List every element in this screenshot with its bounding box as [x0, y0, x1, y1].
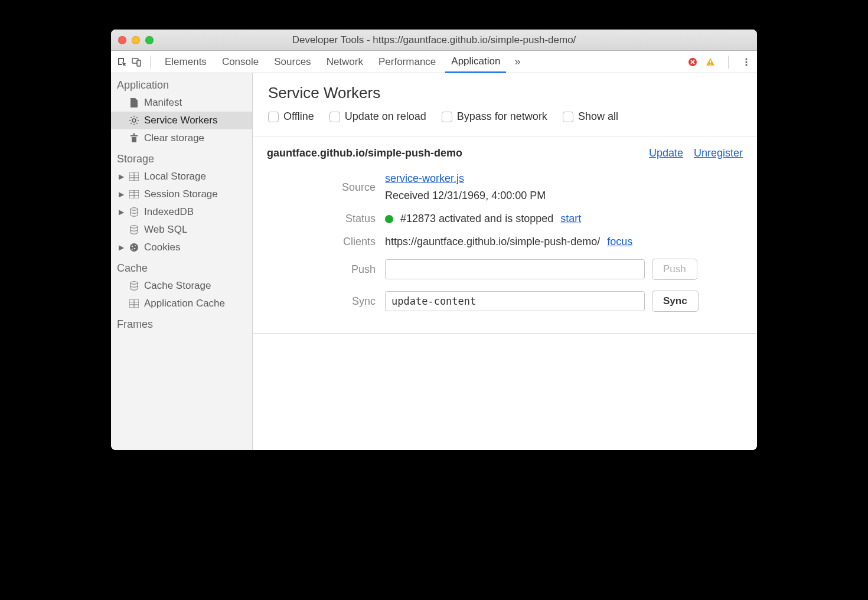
label-status: Status — [267, 213, 385, 225]
tab-application[interactable]: Application — [445, 51, 506, 73]
warning-icon[interactable] — [706, 57, 715, 67]
sidebar-item-label: Cookies — [144, 242, 180, 253]
zoom-window-button[interactable] — [145, 36, 154, 44]
svg-point-8 — [132, 119, 136, 122]
row-push: Push Push — [267, 259, 743, 280]
sidebar-item-label: Service Workers — [144, 115, 217, 126]
source-received-text: Received 12/31/1969, 4:00:00 PM — [385, 190, 546, 202]
label-clients: Clients — [267, 236, 385, 248]
panel-title: Service Workers — [268, 84, 742, 102]
sidebar-item-label: Manifest — [144, 97, 182, 109]
sidebar-item-indexeddb[interactable]: ▶ IndexedDB — [111, 203, 252, 221]
sidebar-item-label: Local Storage — [144, 171, 206, 182]
client-url-text: https://gauntface.github.io/simple-push-… — [385, 236, 600, 248]
sidebar-item-cache-storage[interactable]: ▶ Cache Storage — [111, 277, 252, 295]
update-link[interactable]: Update — [649, 147, 683, 159]
label-source: Source — [267, 181, 385, 194]
push-input[interactable] — [385, 259, 645, 279]
tab-sources[interactable]: Sources — [268, 52, 316, 72]
inspect-icon[interactable] — [117, 57, 128, 67]
panel-header: Service Workers Offline Update on reload… — [253, 73, 757, 136]
divider — [253, 333, 757, 334]
unregister-link[interactable]: Unregister — [694, 147, 743, 159]
svg-point-24 — [132, 249, 133, 250]
sidebar-item-service-workers[interactable]: ▶ Service Workers — [111, 112, 252, 129]
client-focus-link[interactable]: focus — [607, 236, 632, 248]
grid-icon — [129, 189, 139, 200]
more-icon[interactable] — [742, 57, 751, 67]
svg-rect-9 — [133, 133, 135, 135]
check-bypass-for-network[interactable]: Bypass for network — [442, 110, 547, 123]
check-show-all[interactable]: Show all — [563, 110, 618, 123]
tab-elements[interactable]: Elements — [159, 52, 213, 72]
sidebar-group-frames: Frames — [111, 312, 252, 333]
traffic-lights — [118, 36, 154, 44]
database-icon — [129, 224, 139, 235]
check-label: Show all — [578, 110, 618, 123]
expand-icon: ▶ — [118, 208, 124, 216]
row-source: Source service-worker.js Received 12/31/… — [267, 172, 743, 202]
tab-performance[interactable]: Performance — [373, 52, 442, 72]
check-offline[interactable]: Offline — [268, 110, 314, 123]
sidebar-item-label: Web SQL — [144, 224, 187, 236]
row-sync: Sync Sync — [267, 291, 743, 312]
sidebar-item-local-storage[interactable]: ▶ Local Storage — [111, 168, 252, 185]
push-button[interactable]: Push — [652, 259, 697, 280]
svg-point-5 — [745, 58, 747, 60]
svg-point-21 — [132, 246, 133, 247]
sidebar-item-label: Cache Storage — [144, 280, 211, 292]
error-icon[interactable] — [688, 57, 697, 67]
service-worker-head: gauntface.github.io/simple-push-demo Upd… — [267, 147, 743, 159]
minimize-window-button[interactable] — [132, 36, 140, 44]
devtools-window: Developer Tools - https://gauntface.gith… — [111, 30, 757, 450]
check-update-on-reload[interactable]: Update on reload — [329, 110, 426, 123]
status-text: #12873 activated and is stopped — [400, 213, 553, 225]
database-icon — [129, 207, 139, 217]
sidebar-group-storage: Storage — [111, 147, 252, 168]
sidebar-item-label: IndexedDB — [144, 206, 194, 218]
database-icon — [129, 281, 139, 291]
sidebar-item-session-storage[interactable]: ▶ Session Storage — [111, 185, 252, 203]
service-worker-block: gauntface.github.io/simple-push-demo Upd… — [253, 136, 757, 333]
cookie-icon — [129, 242, 139, 253]
devtools-toolbar: Elements Console Sources Network Perform… — [111, 51, 757, 73]
file-icon — [129, 97, 139, 108]
label-sync: Sync — [267, 295, 385, 308]
sidebar: Application ▶ Manifest ▶ Service Workers… — [111, 73, 253, 450]
sync-button[interactable]: Sync — [652, 291, 699, 312]
origin-text: gauntface.github.io/simple-push-demo — [267, 147, 462, 159]
svg-point-25 — [130, 282, 138, 284]
sidebar-item-websql[interactable]: ▶ Web SQL — [111, 221, 252, 239]
sidebar-item-clear-storage[interactable]: ▶ Clear storage — [111, 129, 252, 147]
source-file-link[interactable]: service-worker.js — [385, 172, 464, 184]
tab-console[interactable]: Console — [216, 52, 265, 72]
expand-icon: ▶ — [118, 243, 124, 252]
sidebar-item-application-cache[interactable]: ▶ Application Cache — [111, 295, 252, 312]
expand-icon: ▶ — [118, 172, 124, 181]
label-push: Push — [267, 263, 385, 276]
status-start-link[interactable]: start — [560, 213, 581, 225]
svg-point-7 — [745, 64, 747, 66]
separator — [150, 56, 151, 69]
check-label: Update on reload — [345, 110, 426, 123]
trash-icon — [129, 133, 139, 144]
sw-head-links: Update Unregister — [649, 147, 743, 159]
sidebar-group-cache: Cache — [111, 256, 252, 277]
expand-icon: ▶ — [118, 190, 124, 198]
svg-rect-4 — [710, 64, 711, 65]
sidebar-group-application: Application — [111, 73, 252, 94]
toolbar-right — [688, 56, 751, 69]
tab-network[interactable]: Network — [321, 52, 369, 72]
grid-icon — [129, 298, 139, 309]
sidebar-item-cookies[interactable]: ▶ Cookies — [111, 239, 252, 256]
tabs-overflow-button[interactable]: » — [510, 56, 525, 68]
separator — [728, 56, 729, 69]
device-toggle-icon[interactable] — [131, 57, 142, 67]
close-window-button[interactable] — [118, 36, 126, 44]
svg-point-18 — [130, 208, 138, 210]
sidebar-item-manifest[interactable]: ▶ Manifest — [111, 94, 252, 112]
sync-input[interactable] — [385, 291, 645, 311]
titlebar: Developer Tools - https://gauntface.gith… — [111, 30, 757, 51]
window-title: Developer Tools - https://gauntface.gith… — [111, 34, 757, 46]
check-label: Bypass for network — [457, 110, 547, 123]
